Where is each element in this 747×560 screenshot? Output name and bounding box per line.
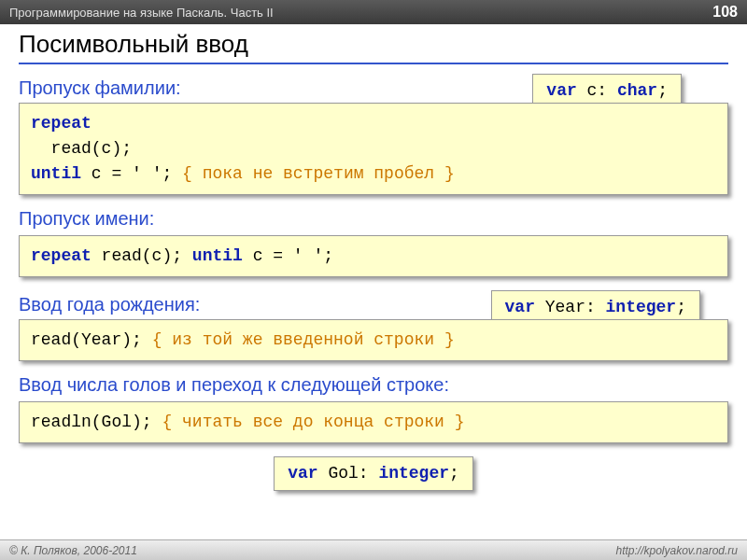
section4-label: Ввод числа голов и переход к следующей с… <box>19 374 728 396</box>
code-readln-gol: readln(Gol); <box>31 413 162 431</box>
code-comment-space: { пока не встретим пробел } <box>182 164 455 183</box>
section3-label: Ввод года рождения: <box>19 294 200 315</box>
var-c-name: c: <box>577 81 617 100</box>
code-block-name: repeat read(c); until c = ' '; <box>19 235 728 277</box>
var-gol-wrap: var Gol: integer; <box>19 456 728 504</box>
slide-content: Посимвольный ввод Пропуск фамилии: var c… <box>0 24 747 504</box>
var-year-name: Year: <box>535 298 606 316</box>
var-gol-name: Gol: <box>318 464 379 483</box>
var-year-end: ; <box>676 298 686 316</box>
code-read-c: read(c); <box>31 139 132 158</box>
section2-label: Пропуск имени: <box>19 208 728 230</box>
code-comment-gol: { читать все до конца строки } <box>162 413 464 431</box>
code-block-year: read(Year); { из той же введенной строки… <box>19 319 728 361</box>
var-kw3: var <box>505 298 535 316</box>
code-cond2: c = ' '; <box>243 246 333 265</box>
var-year-type: integer <box>606 298 677 316</box>
header-bar: Программирование на языке Паскаль. Часть… <box>0 0 747 24</box>
kw-until: until <box>31 164 81 183</box>
var-gol-type: integer <box>378 464 449 483</box>
var-gol-end: ; <box>449 464 459 483</box>
kw-repeat: repeat <box>31 114 92 133</box>
code-comment-year: { из той же введенной строки } <box>152 330 455 349</box>
var-kw: var <box>546 81 576 100</box>
code-mid2: read(c); <box>92 246 192 265</box>
page-number: 108 <box>712 4 738 21</box>
code-block-surname: repeat read(c); until c = ' '; { пока не… <box>19 103 728 195</box>
code-cond: c = ' '; <box>81 164 182 183</box>
kw-repeat2: repeat <box>31 246 92 265</box>
header-title: Программирование на языке Паскаль. Часть… <box>9 6 274 20</box>
section1-label: Пропуск фамилии: <box>19 77 181 99</box>
footer-url: http://kpolyakov.narod.ru <box>615 544 738 557</box>
var-kw4: var <box>288 464 317 483</box>
page-title: Посимвольный ввод <box>19 30 728 64</box>
footer-bar: © К. Поляков, 2006-2011 http://kpolyakov… <box>0 539 747 560</box>
var-c-type: char <box>617 81 657 100</box>
var-c-end: ; <box>657 81 668 100</box>
kw-until2: until <box>192 246 243 265</box>
footer-copyright: © К. Поляков, 2006-2011 <box>9 544 137 557</box>
var-decl-gol: var Gol: integer; <box>274 456 473 491</box>
code-block-gol: readln(Gol); { читать все до конца строк… <box>19 401 728 443</box>
code-read-year: read(Year); <box>31 330 152 349</box>
